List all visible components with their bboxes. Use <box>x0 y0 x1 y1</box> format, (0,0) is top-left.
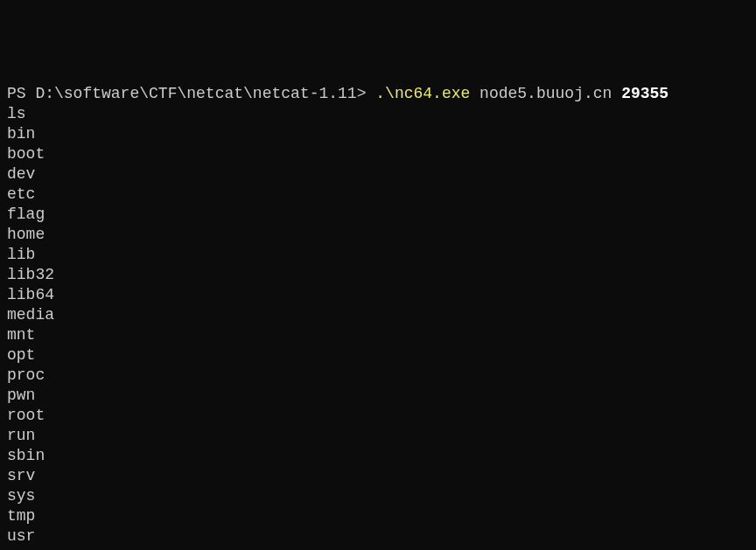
terminal-output-line: srv <box>7 466 749 486</box>
terminal-output-line: usr <box>7 526 749 547</box>
terminal-output-line: ls <box>7 104 749 124</box>
command-host: node5.buuoj.cn <box>470 85 621 102</box>
terminal-output-line: var <box>7 547 749 550</box>
terminal-command-line[interactable]: PS D:\software\CTF\netcat\netcat-1.11> .… <box>7 84 749 104</box>
command-port: 29355 <box>621 85 668 102</box>
command-executable: .\nc64.exe <box>375 85 470 102</box>
terminal-output-line: opt <box>7 345 749 366</box>
terminal-output-line: lib <box>7 245 749 265</box>
prompt-prefix: PS D:\software\CTF\netcat\netcat-1.11> <box>7 85 375 102</box>
terminal-output-line: proc <box>7 366 749 386</box>
terminal-output-line: tmp <box>7 506 749 526</box>
terminal-output-line: mnt <box>7 325 749 345</box>
terminal-output-line: lib64 <box>7 285 749 305</box>
terminal-output-line: root <box>7 406 749 426</box>
terminal-output-line: sys <box>7 486 749 506</box>
terminal-output-line: run <box>7 426 749 446</box>
terminal-output-line: dev <box>7 164 749 184</box>
terminal-output-line: media <box>7 305 749 325</box>
terminal-output-line: etc <box>7 184 749 205</box>
terminal-output-line: lib32 <box>7 265 749 285</box>
terminal-output-line: boot <box>7 144 749 164</box>
terminal-output-line: home <box>7 225 749 245</box>
terminal-output-line: pwn <box>7 386 749 406</box>
terminal-output-line: flag <box>7 205 749 225</box>
terminal-output-line: sbin <box>7 446 749 466</box>
terminal-output-line: bin <box>7 124 749 144</box>
